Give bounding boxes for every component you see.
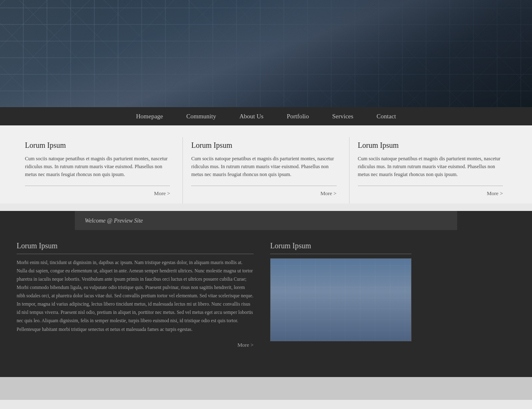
- three-column-section: Lorum Ipsum Cum sociis natoque penatibus…: [0, 125, 532, 203]
- column-1: Lorum Ipsum Cum sociis natoque penatibus…: [17, 137, 183, 203]
- content-right: Lorum Ipsum: [270, 242, 411, 348]
- col-3-more-link[interactable]: More >: [487, 190, 503, 197]
- right-section-title: Lorum Ipsum: [270, 242, 411, 254]
- col-3-more-container: More >: [358, 189, 503, 203]
- main-inner: Welcome @ Preview Site Lorum Ipsum Morbi…: [8, 211, 524, 348]
- col-2-divider: [191, 186, 336, 186]
- col-1-more-container: More >: [25, 189, 170, 203]
- hero-banner: [0, 0, 532, 107]
- content-row: Lorum Ipsum Morbi enim nisl, tincidunt u…: [17, 238, 515, 348]
- welcome-text: Welcome @ Preview Site: [85, 218, 143, 224]
- column-3: Lorum Ipsum Cum sociis natoque penatibus…: [350, 137, 515, 203]
- nav-inner: Homepage Community About Us Portfolio Se…: [0, 107, 532, 125]
- right-image: [270, 258, 411, 341]
- col-3-divider: [358, 186, 503, 186]
- col-2-text: Cum sociis natoque penatibus et magnis d…: [191, 155, 336, 179]
- col-1-text: Cum sociis natoque penatibus et magnis d…: [25, 155, 170, 179]
- col-2-title: Lorum Ipsum: [191, 141, 336, 150]
- column-2: Lorum Ipsum Cum sociis natoque penatibus…: [183, 137, 349, 203]
- nav-services[interactable]: Services: [320, 107, 365, 125]
- col-1-title: Lorum Ipsum: [25, 141, 170, 150]
- col-1-divider: [25, 186, 170, 186]
- col-2-more-link[interactable]: More >: [320, 190, 337, 197]
- left-more-link[interactable]: More >: [237, 342, 254, 348]
- nav-contact[interactable]: Contact: [365, 107, 408, 125]
- main-dark-section: Welcome @ Preview Site Lorum Ipsum Morbi…: [0, 211, 532, 377]
- main-nav: Homepage Community About Us Portfolio Se…: [0, 107, 532, 125]
- left-section-title: Lorum Ipsum: [17, 242, 254, 254]
- left-section-text: Morbi enim nisl, tincidunt ut dignissim …: [17, 258, 254, 333]
- nav-homepage[interactable]: Homepage: [124, 107, 175, 125]
- content-left: Lorum Ipsum Morbi enim nisl, tincidunt u…: [17, 242, 254, 348]
- left-more-container: More >: [17, 340, 254, 348]
- col-3-title: Lorum Ipsum: [358, 141, 503, 150]
- three-col-inner: Lorum Ipsum Cum sociis natoque penatibus…: [8, 137, 524, 203]
- nav-about-us[interactable]: About Us: [228, 107, 275, 125]
- welcome-banner: Welcome @ Preview Site: [75, 211, 457, 230]
- col-3-text: Cum sociis natoque penatibus et magnis d…: [358, 155, 503, 179]
- hero-overlay: [0, 0, 532, 107]
- col-2-more-container: More >: [191, 189, 336, 203]
- nav-community[interactable]: Community: [175, 107, 228, 125]
- col-1-more-link[interactable]: More >: [154, 190, 170, 197]
- nav-portfolio[interactable]: Portfolio: [275, 107, 320, 125]
- footer: [0, 377, 532, 400]
